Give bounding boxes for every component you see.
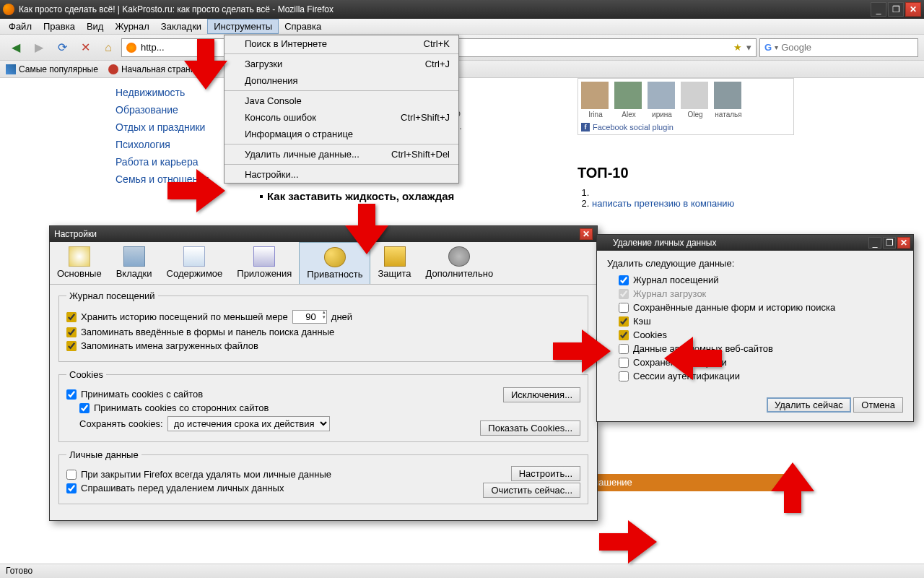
- svg-marker-4: [664, 337, 722, 380]
- cb-downloads: [619, 289, 629, 299]
- keep-history-checkbox[interactable]: [66, 312, 77, 322]
- close-button[interactable]: ✕: [905, 2, 921, 17]
- cb-passwords[interactable]: [619, 358, 629, 368]
- clear-dlg-title: Удаление личных данных: [613, 238, 867, 248]
- top10-item: написать претензию в компанию: [592, 198, 734, 209]
- avatar[interactable]: наталья: [714, 82, 743, 118]
- remember-forms-checkbox[interactable]: [66, 327, 77, 337]
- show-cookies-button[interactable]: Показать Cookies...: [480, 420, 580, 436]
- top10-link[interactable]: написать претензию в компанию: [592, 198, 734, 209]
- exceptions-button[interactable]: Исключения...: [503, 387, 580, 402]
- history-days-input[interactable]: [292, 310, 327, 324]
- content-icon: [183, 246, 205, 267]
- stop-button[interactable]: ✕: [75, 38, 95, 58]
- accept-cookies-checkbox[interactable]: [66, 389, 77, 400]
- svg-marker-6: [599, 520, 657, 564]
- sidebar-link[interactable]: Образование: [116, 101, 231, 118]
- clear-dlg-close[interactable]: ✕: [897, 237, 910, 249]
- avatar[interactable]: Alex: [614, 82, 643, 118]
- delete-now-button[interactable]: Удалить сейчас: [767, 397, 851, 413]
- tabs-icon: [123, 246, 145, 267]
- sidebar-link[interactable]: Психология: [116, 136, 231, 153]
- tab-main[interactable]: Основные: [50, 242, 109, 284]
- menu-edit[interactable]: Правка: [38, 20, 81, 33]
- avatar[interactable]: Oleg: [681, 82, 710, 118]
- arrow-annotation: [184, 39, 227, 90]
- bookmark-label: Самые популярные: [19, 64, 98, 74]
- search-box[interactable]: G ▾: [759, 38, 918, 57]
- bookmark-star-icon[interactable]: ★: [733, 42, 742, 53]
- sidebar-link[interactable]: Отдых и праздники: [116, 118, 231, 136]
- menu-error-console[interactable]: Консоль ошибокCtrl+Shift+J: [225, 109, 458, 126]
- cb-cache[interactable]: [619, 316, 629, 327]
- menu-addons[interactable]: Дополнения: [225, 72, 458, 89]
- svg-marker-1: [167, 169, 225, 212]
- bookmark-popular[interactable]: Самые популярные: [6, 64, 98, 74]
- configure-button[interactable]: Настроить...: [511, 466, 580, 481]
- firefox-icon: [600, 238, 610, 248]
- menu-history[interactable]: Журнал: [109, 20, 154, 33]
- forward-button[interactable]: ▶: [29, 38, 49, 58]
- menu-view[interactable]: Вид: [81, 20, 110, 33]
- tab-advanced[interactable]: Дополнительно: [419, 242, 501, 284]
- menu-help[interactable]: Справка: [279, 20, 327, 33]
- back-button[interactable]: ◀: [6, 38, 26, 58]
- clear-now-button[interactable]: Очистить сейчас...: [483, 483, 580, 498]
- clear-dlg-maximize[interactable]: ❐: [883, 237, 896, 249]
- cb-history[interactable]: [619, 275, 629, 285]
- settings-close-button[interactable]: ✕: [580, 228, 593, 240]
- search-input[interactable]: [781, 42, 913, 53]
- menu-downloads[interactable]: ЗагрузкиCtrl+J: [225, 56, 458, 72]
- menu-bookmarks[interactable]: Закладки: [155, 20, 207, 33]
- private-legend: Личные данные: [66, 449, 141, 460]
- arrow-annotation: [167, 169, 225, 212]
- accept-cookies-label: Принимать cookies с сайтов: [81, 389, 203, 400]
- history-fieldset: Журнал посещений Хранить историю посещен…: [58, 290, 588, 362]
- url-dropdown-icon[interactable]: ▾: [746, 42, 751, 53]
- firefox-icon: [3, 4, 14, 15]
- home-button[interactable]: ⌂: [98, 38, 118, 58]
- settings-window: Настройки ✕ Основные Вкладки Содержимое …: [49, 225, 598, 521]
- svg-marker-5: [771, 462, 814, 513]
- cancel-button[interactable]: Отмена: [853, 397, 903, 413]
- sidebar-link[interactable]: Работа и карьера: [116, 153, 231, 171]
- avatar[interactable]: ирина: [648, 82, 676, 118]
- search-engine-icon[interactable]: G: [764, 42, 772, 53]
- search-engine-dropdown-icon[interactable]: ▾: [775, 43, 778, 51]
- lbl-downloads: Журнал загрузок: [633, 288, 706, 299]
- accept-thirdparty-checkbox[interactable]: [79, 403, 90, 413]
- clear-data-dialog: Удаление личных данных _ ❐ ✕ Удалить сле…: [596, 234, 914, 422]
- clear-on-close-label: При закрытии Firefox всегда удалять мои …: [81, 469, 331, 480]
- cb-cookies[interactable]: [619, 330, 629, 340]
- svg-marker-3: [553, 329, 611, 373]
- menu-tools[interactable]: Инструменты: [207, 19, 279, 34]
- article-title[interactable]: Как заставить жидкость, охлаждая: [267, 190, 454, 202]
- menu-settings[interactable]: Настройки...: [225, 166, 458, 183]
- cb-forms[interactable]: [619, 303, 629, 313]
- keep-cookies-select[interactable]: до истечения срока их действия: [167, 416, 330, 431]
- lbl-history: Журнал посещений: [633, 275, 719, 285]
- lbl-cookies: Cookies: [633, 329, 667, 340]
- svg-marker-0: [184, 39, 227, 90]
- cb-sessions[interactable]: [619, 371, 629, 381]
- menu-file[interactable]: Файл: [3, 20, 38, 33]
- facebook-widget: Irina Alex ирина Oleg наталья f Facebook…: [578, 78, 794, 135]
- accept-thirdparty-label: Принимать cookies со сторонних сайтов: [94, 402, 269, 413]
- clear-on-close-checkbox[interactable]: [66, 470, 77, 480]
- remember-downloads-checkbox[interactable]: [66, 341, 77, 351]
- menu-page-info[interactable]: Информация о странице: [225, 126, 458, 142]
- menu-clear-private[interactable]: Удалить личные данные...Ctrl+Shift+Del: [225, 146, 458, 163]
- maximize-button[interactable]: ❐: [888, 2, 904, 17]
- cb-offline[interactable]: [619, 344, 629, 354]
- menu-java-console[interactable]: Java Console: [225, 92, 458, 109]
- menu-search-web[interactable]: Поиск в ИнтернетеCtrl+K: [225, 35, 458, 52]
- clear-dlg-minimize[interactable]: _: [868, 237, 881, 249]
- arrow-annotation: [345, 204, 388, 254]
- tab-tabs[interactable]: Вкладки: [109, 242, 160, 284]
- ask-before-checkbox[interactable]: [66, 483, 77, 493]
- minimize-button[interactable]: _: [871, 2, 886, 17]
- tab-content[interactable]: Содержимое: [160, 242, 230, 284]
- tab-apps[interactable]: Приложения: [230, 242, 299, 284]
- avatar[interactable]: Irina: [581, 82, 610, 118]
- reload-button[interactable]: ⟳: [52, 38, 72, 58]
